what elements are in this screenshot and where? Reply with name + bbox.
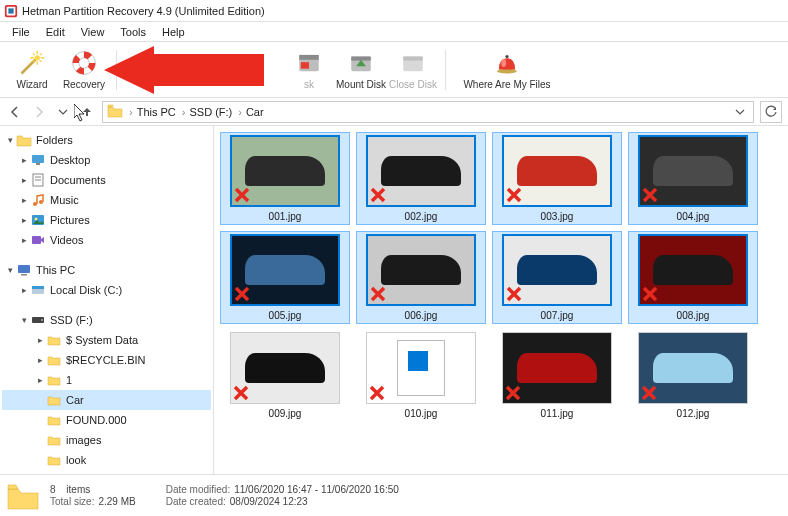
crumb-car[interactable]: Car (246, 106, 264, 118)
file-thumb[interactable]: 002.jpg (356, 132, 486, 225)
tree-recycle[interactable]: ▸$RECYCLE.BIN (2, 350, 211, 370)
file-thumb[interactable]: 004.jpg (628, 132, 758, 225)
disk-button-partial[interactable]: sk (283, 44, 335, 96)
tree-car[interactable]: Car (2, 390, 211, 410)
lifebuoy-icon (70, 49, 98, 77)
deleted-x-icon (505, 385, 521, 401)
disk-label-partial: sk (304, 79, 314, 90)
file-thumb[interactable]: 003.jpg (492, 132, 622, 225)
window-title: Hetman Partition Recovery 4.9 (Unlimited… (22, 5, 265, 17)
tree-look[interactable]: look (2, 450, 211, 470)
tree-documents[interactable]: ▸Documents (2, 170, 211, 190)
mount-disk-label: Mount Disk (336, 79, 386, 90)
tree-ssd[interactable]: ▾SSD (F:) (2, 310, 211, 330)
crumb-this-pc[interactable]: This PC (137, 106, 176, 118)
folder-icon (46, 412, 62, 428)
main-area: ▾Folders ▸Desktop ▸Documents ▸Music ▸Pic… (0, 126, 788, 474)
menu-edit[interactable]: Edit (38, 24, 73, 40)
folder-icon (107, 104, 123, 120)
folder-icon (16, 132, 32, 148)
tree-movie[interactable]: movie (2, 470, 211, 474)
deleted-x-icon (506, 286, 522, 302)
music-icon (30, 192, 46, 208)
deleted-x-icon (506, 187, 522, 203)
tree-folders[interactable]: ▾Folders (2, 130, 211, 150)
file-thumb[interactable]: 001.jpg (220, 132, 350, 225)
file-thumb[interactable]: 005.jpg (220, 231, 350, 324)
file-thumb[interactable]: 010.jpg (356, 330, 486, 421)
file-name: 005.jpg (269, 310, 302, 321)
bell-icon (493, 49, 521, 77)
tree-videos[interactable]: ▸Videos (2, 230, 211, 250)
folder-icon (46, 432, 62, 448)
deleted-x-icon (234, 286, 250, 302)
tree-one[interactable]: ▸1 (2, 370, 211, 390)
deleted-x-icon (369, 385, 385, 401)
svg-rect-14 (505, 55, 508, 58)
date-modified: 11/06/2020 16:47 - 11/06/2020 16:50 (234, 484, 399, 495)
file-name: 007.jpg (541, 310, 574, 321)
crumb-ssd[interactable]: SSD (F:) (189, 106, 232, 118)
file-thumb[interactable]: 008.jpg (628, 231, 758, 324)
svg-rect-8 (301, 62, 309, 69)
address-dropdown[interactable] (731, 103, 749, 121)
menu-view[interactable]: View (73, 24, 113, 40)
mount-disk-button[interactable]: Mount Disk (335, 44, 387, 96)
up-button[interactable] (78, 103, 96, 121)
tree-this-pc[interactable]: ▾This PC (2, 260, 211, 280)
file-name: 009.jpg (269, 408, 302, 419)
wizard-button[interactable]: Wizard (6, 44, 58, 96)
svg-rect-7 (299, 55, 319, 60)
drive-icon (30, 312, 46, 328)
tree-found000[interactable]: FOUND.000 (2, 410, 211, 430)
deleted-x-icon (642, 187, 658, 203)
file-name: 004.jpg (677, 211, 710, 222)
file-name: 010.jpg (405, 408, 438, 419)
deleted-x-icon (370, 286, 386, 302)
menu-help[interactable]: Help (154, 24, 193, 40)
where-files-label: Where Are My Files (463, 79, 550, 90)
svg-rect-17 (36, 163, 40, 165)
highlight-arrow (104, 46, 264, 94)
tree-music[interactable]: ▸Music (2, 190, 211, 210)
item-count: 8 (50, 484, 56, 495)
file-thumb[interactable]: 009.jpg (220, 330, 350, 421)
recovery-label: Recovery (63, 79, 105, 90)
svg-point-31 (41, 319, 43, 321)
menu-bar: File Edit View Tools Help (0, 22, 788, 42)
menu-tools[interactable]: Tools (112, 24, 154, 40)
file-name: 008.jpg (677, 310, 710, 321)
back-button[interactable] (6, 103, 24, 121)
deleted-x-icon (641, 385, 657, 401)
tree-desktop[interactable]: ▸Desktop (2, 150, 211, 170)
close-disk-icon (399, 49, 427, 77)
close-disk-button[interactable]: Close Disk (387, 44, 439, 96)
file-thumb[interactable]: 011.jpg (492, 330, 622, 421)
recent-dropdown[interactable] (54, 103, 72, 121)
recovery-button[interactable]: Recovery (58, 44, 110, 96)
where-files-button[interactable]: Where Are My Files (452, 44, 562, 96)
folder-icon (46, 392, 62, 408)
folder-tree[interactable]: ▾Folders ▸Desktop ▸Documents ▸Music ▸Pic… (0, 126, 214, 474)
videos-icon (30, 232, 46, 248)
menu-file[interactable]: File (4, 24, 38, 40)
file-name: 001.jpg (269, 211, 302, 222)
folder-icon (6, 481, 40, 511)
refresh-button[interactable] (760, 101, 782, 123)
tree-images[interactable]: images (2, 430, 211, 450)
svg-point-3 (35, 55, 40, 60)
forward-button[interactable] (30, 103, 48, 121)
tree-system-data[interactable]: ▸$ System Data (2, 330, 211, 350)
file-grid[interactable]: 001.jpg002.jpg003.jpg004.jpg005.jpg006.j… (214, 126, 788, 474)
pc-icon (16, 262, 32, 278)
tree-pictures[interactable]: ▸Pictures (2, 210, 211, 230)
file-thumb[interactable]: 007.jpg (492, 231, 622, 324)
file-thumb[interactable]: 012.jpg (628, 330, 758, 421)
deleted-x-icon (233, 385, 249, 401)
tree-local-disk[interactable]: ▸Local Disk (C:) (2, 280, 211, 300)
deleted-x-icon (642, 286, 658, 302)
breadcrumb-box[interactable]: ›This PC ›SSD (F:) ›Car (102, 101, 754, 123)
file-thumb[interactable]: 006.jpg (356, 231, 486, 324)
deleted-x-icon (234, 187, 250, 203)
folder-icon (46, 452, 62, 468)
